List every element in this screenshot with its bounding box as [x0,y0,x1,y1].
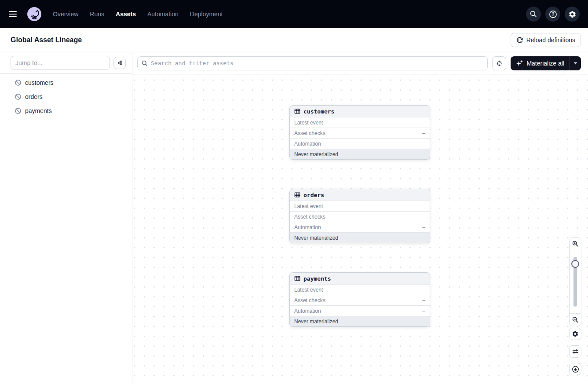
page-header: Global Asset Lineage Reload definitions [0,28,588,52]
materialize-all-button[interactable]: Materialize all [511,56,570,70]
recenter-button[interactable] [569,363,581,375]
materialize-all-split-button: Materialize all [511,56,581,70]
arrow-down-circle-icon [572,366,579,373]
jump-to-input[interactable] [11,56,110,70]
automation-row: Automation– [290,138,430,149]
reload-definitions-label: Reload definitions [526,37,575,44]
materialize-options-button[interactable] [570,56,581,70]
reload-definitions-button[interactable]: Reload definitions [511,33,581,47]
asset-node-title: customers [303,108,334,115]
asset-node-customers[interactable]: customers Latest event Asset checks– Aut… [289,105,430,160]
asset-list: customers orders payments [0,74,132,118]
zoom-control [569,237,581,326]
zoom-out-icon [572,316,579,323]
zoom-slider[interactable] [570,250,581,313]
automation-row: Automation– [290,222,430,232]
refresh-button[interactable] [492,56,506,70]
tab-automation[interactable]: Automation [147,11,179,18]
asset-node-title: orders [303,192,324,198]
nav-tabs: Overview Runs Assets Automation Deployme… [53,11,223,18]
zoom-slider-handle[interactable] [571,260,579,268]
settings-button[interactable] [565,7,580,22]
gear-icon [568,10,577,18]
materialization-status: Never materialized [290,316,430,326]
asset-sidebar: customers orders payments [0,52,132,384]
sidebar-header [0,52,132,74]
graph-filters-button[interactable] [569,345,581,358]
latest-event-row: Latest event [290,284,430,295]
asset-search-input[interactable] [137,56,488,70]
lineage-canvas[interactable]: customers Latest event Asset checks– Aut… [132,74,588,384]
asset-node-header[interactable]: orders [290,189,430,201]
sidebar-item-label: customers [25,79,54,86]
table-icon [294,108,300,114]
asset-checks-row: Asset checks– [290,128,430,138]
tab-overview[interactable]: Overview [53,11,78,18]
asset-node-header[interactable]: customers [290,106,430,117]
menu-icon[interactable] [9,8,21,20]
latest-event-row: Latest event [290,117,430,128]
top-nav: Overview Runs Assets Automation Deployme… [0,0,588,28]
main-content: customers orders payments [0,52,588,384]
asset-node-header[interactable]: payments [290,273,430,284]
chevron-down-icon [573,62,577,65]
help-icon: ? [549,10,557,18]
sidebar-item-label: orders [25,93,43,100]
sidebar-item-customers[interactable]: customers [0,76,132,90]
never-materialized-icon [15,79,22,86]
sidebar-item-orders[interactable]: orders [0,90,132,104]
dagster-app: Overview Runs Assets Automation Deployme… [0,0,588,384]
automation-row: Automation– [290,305,430,316]
search-icon [141,60,148,67]
latest-event-row: Latest event [290,201,430,211]
zoom-in-icon [572,240,579,247]
zoom-out-button[interactable] [570,313,581,326]
asset-node-payments[interactable]: payments Latest event Asset checks– Auto… [289,272,430,327]
page-title: Global Asset Lineage [11,36,82,44]
tab-assets[interactable]: Assets [116,11,136,18]
filter-sliders-icon [572,348,579,355]
tab-deployment[interactable]: Deployment [190,11,223,18]
never-materialized-icon [15,107,22,114]
graph-settings-button[interactable] [569,328,581,340]
lineage-graph-area: Materialize all [132,52,588,384]
materialize-all-label: Materialize all [526,60,564,67]
tab-runs[interactable]: Runs [90,11,104,18]
reload-icon [516,37,523,44]
collapse-sidebar-button[interactable] [113,57,126,69]
search-button[interactable] [526,7,541,22]
table-icon [294,192,300,198]
search-icon [530,10,537,18]
sparkles-icon [516,59,523,67]
materialization-status: Never materialized [290,232,430,243]
collapse-panel-icon [116,59,123,66]
svg-text:?: ? [551,11,554,17]
graph-toolbar: Materialize all [132,52,588,74]
help-button[interactable]: ? [545,7,560,22]
asset-checks-row: Asset checks– [290,295,430,305]
sidebar-item-label: payments [25,107,52,114]
asset-node-title: payments [303,275,331,282]
gear-icon [572,330,579,337]
materialization-status: Never materialized [290,149,430,159]
zoom-in-button[interactable] [570,238,581,250]
asset-node-orders[interactable]: orders Latest event Asset checks– Automa… [289,189,430,243]
refresh-icon [496,59,503,67]
table-icon [294,275,300,282]
never-materialized-icon [15,93,22,100]
sidebar-item-payments[interactable]: payments [0,104,132,118]
asset-checks-row: Asset checks– [290,211,430,222]
dagster-logo[interactable] [27,7,41,21]
